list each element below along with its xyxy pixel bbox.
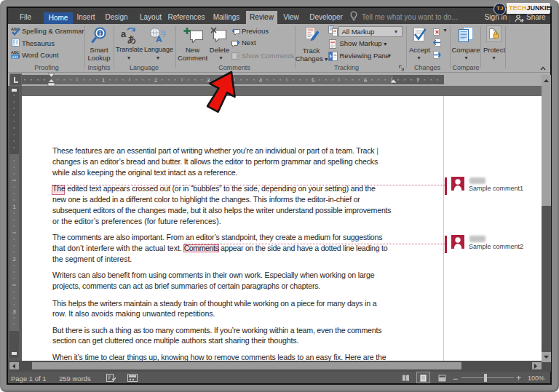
svg-text:あ: あ [127,34,136,44]
svg-text:4: 4 [259,77,262,84]
svg-text:7: 7 [416,77,419,84]
svg-text:3: 3 [12,308,15,315]
svg-text:2: 2 [154,77,157,84]
svg-text:6: 6 [364,77,367,84]
svg-text:5: 5 [312,77,314,84]
svg-text:a: a [121,28,127,39]
svg-text:123: 123 [12,55,19,58]
svg-text:1: 1 [12,204,15,210]
svg-text:字: 字 [160,30,166,39]
svg-text:1: 1 [102,77,105,84]
svg-text:2: 2 [12,256,15,263]
